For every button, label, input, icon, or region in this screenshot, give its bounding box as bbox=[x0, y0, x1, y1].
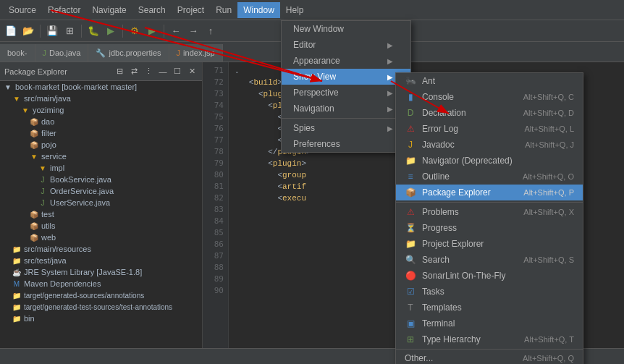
menu-help[interactable]: Help bbox=[280, 2, 310, 18]
tab-index[interactable]: J index.jsp bbox=[169, 44, 223, 62]
dd-editor[interactable]: Editor ▶ bbox=[282, 37, 410, 53]
sub-declaration[interactable]: D Declaration Alt+Shift+Q, D bbox=[396, 105, 583, 121]
sub-terminal[interactable]: ▣ Terminal bbox=[396, 316, 583, 331]
toolbar-debug[interactable]: 🐛 bbox=[85, 23, 101, 39]
menu-run[interactable]: Run bbox=[210, 2, 237, 18]
menu-navigate[interactable]: Navigate bbox=[86, 2, 132, 18]
error-log-icon: ⚠ bbox=[405, 123, 416, 135]
explorer-menu-btn[interactable]: ⋮ bbox=[143, 66, 154, 77]
tree-generated[interactable]: 📁 target/generated-sources/annotations bbox=[0, 289, 202, 301]
tree-maven-deps[interactable]: M Maven Dependencies bbox=[0, 278, 202, 289]
tree-project[interactable]: ▼ book-market [book-market master] bbox=[0, 81, 202, 93]
tree-userservice-label: UserService.java bbox=[50, 198, 110, 207]
sub-tasks[interactable]: ☑ Tasks bbox=[396, 284, 583, 300]
tab-dao[interactable]: J Dao.java bbox=[35, 44, 89, 62]
sub-search[interactable]: 🔍 Search Alt+Shift+Q, S bbox=[396, 252, 583, 268]
tree-jre[interactable]: ☕ JRE System Library [JavaSE-1.8] bbox=[0, 266, 202, 278]
tree-userservice[interactable]: J UserService.java bbox=[0, 197, 202, 208]
window-menu-dropdown[interactable]: New Window Editor ▶ Appearance ▶ Show Vi… bbox=[281, 20, 411, 153]
dd-new-window-label: New Window bbox=[293, 24, 344, 34]
sub-project-explorer[interactable]: 📁 Project Explorer bbox=[396, 236, 583, 252]
tree-web[interactable]: 📦 web bbox=[0, 232, 202, 243]
sub-ant[interactable]: 🐜 Ant bbox=[396, 73, 583, 89]
sub-outline[interactable]: ≡ Outline Alt+Shift+Q, O bbox=[396, 169, 583, 185]
sub-error-log[interactable]: ⚠ Error Log Alt+Shift+Q, L bbox=[396, 121, 583, 137]
tree-impl[interactable]: ▼ impl bbox=[0, 162, 202, 174]
sub-problems[interactable]: ⚠ Problems Alt+Shift+Q, X bbox=[396, 204, 583, 220]
tree-yoziming-label: yoziming bbox=[33, 106, 64, 114]
explorer-max-btn[interactable]: ☐ bbox=[172, 66, 183, 77]
explorer-collapse-btn[interactable]: ⊟ bbox=[114, 66, 125, 77]
toolbar-new[interactable]: 📄 bbox=[3, 23, 19, 39]
tree-pojo[interactable]: 📦 pojo bbox=[0, 139, 202, 151]
sub-progress[interactable]: ⏳ Progress bbox=[396, 220, 583, 236]
project-icon: ▼ bbox=[3, 82, 13, 92]
dd-preferences[interactable]: Preferences bbox=[282, 136, 410, 152]
toolbar-save-all[interactable]: ⊞ bbox=[62, 23, 77, 39]
explorer-title: Package Explorer bbox=[4, 67, 111, 76]
tab-jdbc[interactable]: 🔧 jdbc.properties bbox=[88, 44, 169, 62]
sub-javadoc[interactable]: J Javadoc Alt+Shift+Q, J bbox=[396, 137, 583, 153]
tree-resources[interactable]: 📁 src/main/resources bbox=[0, 243, 202, 255]
sub-javadoc-label: Javadoc bbox=[422, 140, 519, 150]
tab-jdbc-label: jdbc.properties bbox=[109, 48, 161, 57]
explorer-min-btn[interactable]: — bbox=[157, 66, 169, 77]
toolbar-back[interactable]: ← bbox=[168, 23, 184, 39]
tree-generated-test[interactable]: 📁 target/generated-test-sources/test-ann… bbox=[0, 301, 202, 313]
explorer-sync-btn[interactable]: ⇄ bbox=[128, 66, 140, 77]
tree-bookservice[interactable]: J BookService.java bbox=[0, 174, 202, 185]
toolbar-up[interactable]: ↑ bbox=[203, 23, 219, 39]
sub-package-explorer[interactable]: 📦 Package Explorer Alt+Shift+Q, P bbox=[396, 185, 583, 200]
explorer-close-btn[interactable]: ✕ bbox=[186, 66, 198, 77]
tree-src-main-java[interactable]: ▼ src/main/java bbox=[0, 93, 202, 104]
tree-service[interactable]: ▼ service bbox=[0, 151, 202, 162]
dd-perspective[interactable]: Perspective ▶ bbox=[282, 85, 410, 101]
toolbar-sep-4 bbox=[164, 25, 164, 38]
ant-icon: 🐜 bbox=[405, 75, 416, 87]
toolbar-build[interactable]: ⚙ bbox=[127, 23, 143, 39]
show-view-submenu[interactable]: 🐜 Ant ▮ Console Alt+Shift+Q, C D Declara… bbox=[395, 72, 583, 364]
tree-dao[interactable]: 📦 dao bbox=[0, 116, 202, 127]
sub-other[interactable]: Other... Alt+Shift+Q, Q bbox=[396, 351, 583, 364]
dd-new-window[interactable]: New Window bbox=[282, 21, 410, 37]
toolbar-save[interactable]: 💾 bbox=[44, 23, 60, 39]
sub-project-explorer-label: Project Explorer bbox=[422, 239, 574, 249]
menu-refactor[interactable]: Refactor bbox=[42, 2, 86, 18]
dd-preferences-label: Preferences bbox=[293, 139, 340, 149]
tree-utils[interactable]: 📦 utils bbox=[0, 220, 202, 232]
menu-project[interactable]: Project bbox=[172, 2, 210, 18]
sub-navigator[interactable]: 📁 Navigator (Deprecated) bbox=[396, 153, 583, 169]
sub-templates[interactable]: T Templates bbox=[396, 300, 583, 316]
tab-book[interactable]: book- bbox=[0, 44, 35, 62]
tree-yoziming[interactable]: ▼ yoziming bbox=[0, 104, 202, 116]
menu-search[interactable]: Search bbox=[132, 2, 172, 18]
dd-sep-1 bbox=[282, 118, 410, 119]
toolbar-forward[interactable]: → bbox=[185, 23, 201, 39]
tree-test-java[interactable]: 📁 src/test/java bbox=[0, 255, 202, 266]
menu-source[interactable]: Source bbox=[3, 2, 42, 18]
javadoc-icon: J bbox=[405, 139, 416, 151]
tree-bin-label: bin bbox=[24, 314, 35, 323]
toolbar-run2[interactable]: ▶ bbox=[144, 23, 160, 39]
sub-type-hierarchy[interactable]: ⊞ Type Hierarchy Alt+Shift+Q, T bbox=[396, 331, 583, 347]
package-explorer-icon: 📦 bbox=[405, 187, 416, 198]
sub-console[interactable]: ▮ Console Alt+Shift+Q, C bbox=[396, 89, 583, 105]
dd-editor-label: Editor bbox=[293, 40, 316, 50]
tab-dao-icon: J bbox=[43, 48, 47, 57]
dd-navigation[interactable]: Navigation ▶ bbox=[282, 101, 410, 117]
dd-spies[interactable]: Spies ▶ bbox=[282, 120, 410, 136]
tree-generated-label: target/generated-sources/annotations bbox=[24, 292, 144, 300]
tree-orderservice[interactable]: J OrderService.java bbox=[0, 185, 202, 197]
dd-show-view[interactable]: Show View ▶ bbox=[282, 69, 410, 85]
dd-appearance[interactable]: Appearance ▶ bbox=[282, 53, 410, 69]
menu-window[interactable]: Window bbox=[237, 2, 280, 18]
toolbar-open[interactable]: 📂 bbox=[20, 23, 36, 39]
folder-gen-test-icon: 📁 bbox=[12, 302, 22, 312]
tree-filter[interactable]: 📦 filter bbox=[0, 127, 202, 139]
sub-tasks-label: Tasks bbox=[422, 287, 574, 297]
tree-bin[interactable]: 📁 bin bbox=[0, 313, 202, 324]
sub-sonarlint[interactable]: 🔴 SonarLint On-The-Fly bbox=[396, 268, 583, 284]
sonarlint-icon: 🔴 bbox=[405, 270, 416, 282]
toolbar-run[interactable]: ▶ bbox=[103, 23, 119, 39]
tree-test[interactable]: 📦 test bbox=[0, 208, 202, 220]
